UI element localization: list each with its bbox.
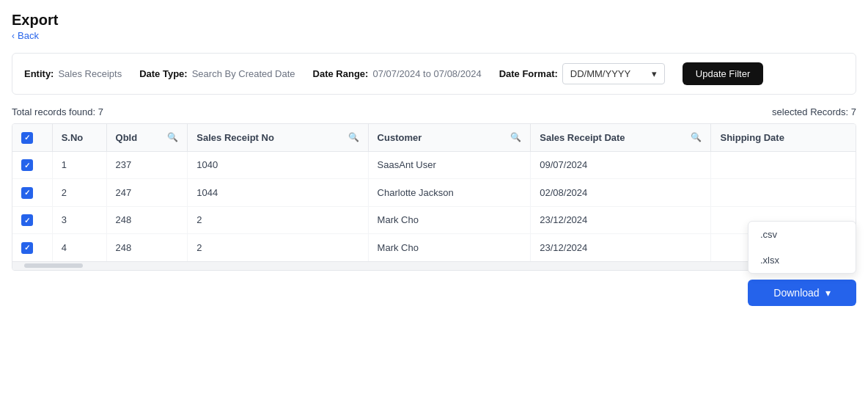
th-customer: Customer 🔍 — [368, 124, 531, 151]
filter-bar: Entity: Sales Receipts Date Type: Search… — [12, 53, 856, 95]
th-receipt-date-label: Sales Receipt Date — [540, 132, 625, 143]
page-title: Export — [12, 12, 856, 29]
select-all-checkbox[interactable] — [21, 132, 33, 144]
cell-customer: Mark Cho — [368, 234, 531, 261]
table-row: 22471044Charlotte Jackson02/08/2024 — [12, 179, 856, 207]
download-button[interactable]: Download ▾ — [748, 280, 856, 306]
cell-qbid: 237 — [106, 151, 188, 179]
row-checkbox-cell — [12, 234, 52, 261]
back-link[interactable]: ‹ Back — [12, 30, 39, 41]
th-sno-label: S.No — [62, 132, 84, 143]
th-sno: S.No — [52, 124, 106, 151]
th-receipt-date: Sales Receipt Date 🔍 — [531, 124, 711, 151]
data-table-wrapper: S.No QbId 🔍 Sales Receipt No 🔍 — [12, 123, 856, 271]
qbid-search-icon[interactable]: 🔍 — [167, 132, 178, 142]
cell-receipt-no: 2 — [188, 234, 368, 261]
customer-search-icon[interactable]: 🔍 — [510, 132, 521, 142]
cell-customer: Mark Cho — [368, 206, 531, 234]
row-checkbox[interactable] — [21, 187, 33, 199]
table-header-row: S.No QbId 🔍 Sales Receipt No 🔍 — [12, 124, 856, 151]
receipt-date-search-icon[interactable]: 🔍 — [691, 132, 702, 142]
cell-sno: 4 — [52, 234, 106, 261]
th-shipping-date-label: Shipping Date — [720, 132, 784, 143]
date-format-select[interactable]: DD/MM/YYYY ▾ — [562, 63, 665, 84]
row-checkbox[interactable] — [21, 159, 33, 171]
chevron-left-icon: ‹ — [12, 31, 15, 41]
data-table: S.No QbId 🔍 Sales Receipt No 🔍 — [12, 124, 856, 261]
page-header: Export ‹ Back — [0, 0, 868, 47]
cell-receipt-date: 23/12/2024 — [531, 206, 711, 234]
date-range-label: Date Range: — [313, 68, 369, 79]
th-shipping-date: Shipping Date — [711, 124, 856, 151]
cell-sno: 1 — [52, 151, 106, 179]
row-checkbox-cell — [12, 206, 52, 234]
chevron-down-icon: ▾ — [652, 68, 657, 79]
date-type-value: Search By Created Date — [192, 68, 295, 79]
cell-shipping-date — [711, 179, 856, 207]
update-filter-button[interactable]: Update Filter — [683, 62, 763, 85]
date-format-value: DD/MM/YYYY — [570, 68, 630, 79]
date-format-label: Date Format: — [499, 68, 558, 79]
date-type-label: Date Type: — [139, 68, 188, 79]
cell-customer: Charlotte Jackson — [368, 179, 531, 207]
xlsx-option[interactable]: .xlsx — [749, 247, 856, 273]
format-dropdown-menu: .csv .xlsx — [748, 221, 856, 274]
entity-value: Sales Receipts — [58, 68, 122, 79]
date-type-filter: Date Type: Search By Created Date — [139, 68, 295, 79]
date-range-filter: Date Range: 07/07/2024 to 07/08/2024 — [313, 68, 482, 79]
table-row: 12371040SaasAnt User09/07/2024 — [12, 151, 856, 179]
cell-receipt-no: 1044 — [188, 179, 368, 207]
cell-qbid: 248 — [106, 206, 188, 234]
row-checkbox-cell — [12, 151, 52, 179]
horizontal-scrollbar[interactable]: ❯ — [12, 261, 856, 270]
cell-sno: 2 — [52, 179, 106, 207]
cell-customer: SaasAnt User — [368, 151, 531, 179]
selected-records: selected Records: 7 — [772, 106, 856, 117]
receipt-no-search-icon[interactable]: 🔍 — [348, 132, 359, 142]
total-records: Total records found: 7 — [12, 106, 103, 117]
th-qbid: QbId 🔍 — [106, 124, 188, 151]
cell-receipt-date: 23/12/2024 — [531, 234, 711, 261]
th-checkbox — [12, 124, 52, 151]
date-range-value: 07/07/2024 to 07/08/2024 — [372, 68, 481, 79]
table-row: 32482Mark Cho23/12/2024 — [12, 206, 856, 234]
cell-qbid: 248 — [106, 234, 188, 261]
row-checkbox[interactable] — [21, 214, 33, 226]
table-row: 42482Mark Cho23/12/2024 — [12, 234, 856, 261]
table-scroll-area[interactable]: S.No QbId 🔍 Sales Receipt No 🔍 — [12, 124, 856, 261]
entity-label: Entity: — [24, 68, 54, 79]
cell-sno: 3 — [52, 206, 106, 234]
download-label: Download — [773, 287, 819, 299]
csv-option[interactable]: .csv — [749, 222, 856, 247]
back-label: Back — [18, 30, 39, 41]
download-chevron-down-icon: ▾ — [825, 287, 831, 299]
entity-filter: Entity: Sales Receipts — [24, 68, 122, 79]
th-customer-label: Customer — [378, 132, 422, 143]
records-bar: Total records found: 7 selected Records:… — [0, 101, 868, 123]
horizontal-scrollbar-thumb — [24, 263, 83, 268]
cell-qbid: 247 — [106, 179, 188, 207]
cell-receipt-no: 1040 — [188, 151, 368, 179]
bottom-area: .csv .xlsx Download ▾ — [0, 274, 868, 312]
row-checkbox-cell — [12, 179, 52, 207]
th-qbid-label: QbId — [116, 132, 138, 143]
cell-receipt-date: 09/07/2024 — [531, 151, 711, 179]
cell-shipping-date — [711, 151, 856, 179]
row-checkbox[interactable] — [21, 242, 33, 254]
th-receipt-no: Sales Receipt No 🔍 — [188, 124, 368, 151]
cell-receipt-date: 02/08/2024 — [531, 179, 711, 207]
th-receipt-no-label: Sales Receipt No — [196, 132, 274, 143]
cell-receipt-no: 2 — [188, 206, 368, 234]
date-format-filter: Date Format: DD/MM/YYYY ▾ — [499, 63, 665, 84]
